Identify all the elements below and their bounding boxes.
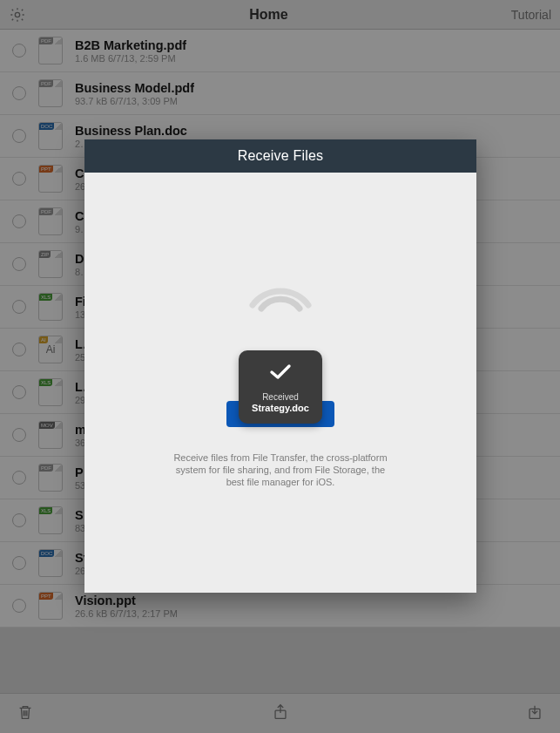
receive-files-modal: Receive Files Received Strategy.doc Rece… [84, 139, 476, 593]
modal-description: Receive files from File Transfer, the cr… [167, 451, 394, 488]
modal-title: Receive Files [84, 139, 476, 173]
toast-status: Received [262, 392, 299, 402]
wireless-icon [246, 277, 315, 312]
modal-body: Received Strategy.doc Receive files from… [84, 173, 476, 593]
received-toast: Received Strategy.doc [239, 350, 322, 424]
toast-filename: Strategy.doc [252, 403, 309, 413]
checkmark-icon [268, 363, 293, 383]
